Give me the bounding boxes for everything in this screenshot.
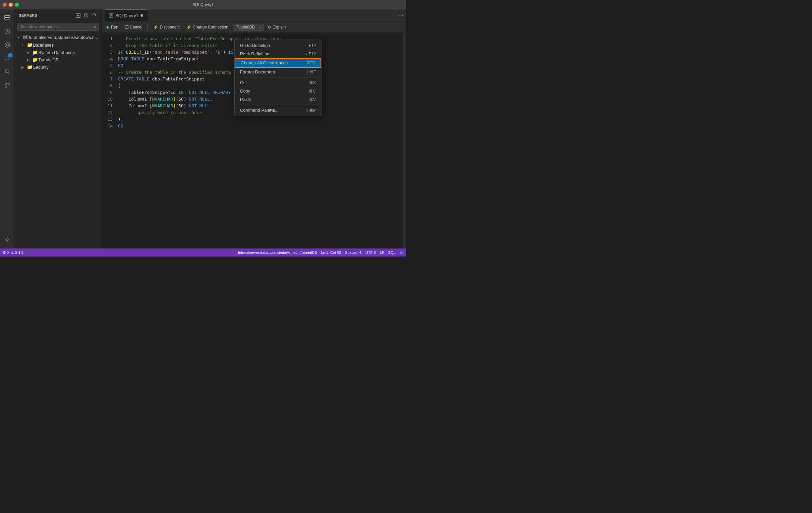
search-box: ✕ xyxy=(18,23,99,31)
paste-shortcut: ⌘V xyxy=(309,97,316,102)
close-button[interactable] xyxy=(3,3,7,7)
scrollbar[interactable] xyxy=(403,33,406,249)
tree-item-server[interactable]: ▾ tutorialserver.database.windows.n... xyxy=(15,33,102,41)
activity-source-control[interactable] xyxy=(1,79,13,91)
smiley-status[interactable]: ☺ xyxy=(400,251,403,255)
activity-history[interactable] xyxy=(1,26,13,37)
chevron-icon: ▶ xyxy=(22,65,27,69)
folder-icon: 📁 xyxy=(32,57,38,62)
position-status[interactable]: Ln 1, Col 63 xyxy=(321,251,341,255)
activity-bar: 1 xyxy=(0,9,15,249)
tab-label: SQLQuery1 xyxy=(115,13,139,18)
run-icon: ▶ xyxy=(107,25,110,29)
file-tree: ▾ tutorialserver.database.windows.n... ▾… xyxy=(15,33,102,249)
tree-item-tutorialdb[interactable]: ▶ 📁 TutorialDB xyxy=(15,56,102,63)
unsaved-indicator xyxy=(141,14,143,17)
tree-item-databases[interactable]: ▾ 📁 Databases xyxy=(15,41,102,49)
cancel-button[interactable]: Cancel xyxy=(123,24,144,30)
title-bar: SQLQuery1 xyxy=(0,0,406,9)
activity-settings[interactable] xyxy=(1,234,13,246)
new-query-button[interactable] xyxy=(75,12,82,19)
editor-area: SQLQuery1 ··· ▶ Run Cancel ⚡ Disconnect … xyxy=(102,9,406,249)
activity-search[interactable] xyxy=(1,66,13,78)
explain-label: Explain xyxy=(272,25,286,29)
server-info-status[interactable]: tutorialserver.database.windows.net : Tu… xyxy=(238,251,317,255)
query-toolbar: ▶ Run Cancel ⚡ Disconnect ⚡ Change Conne… xyxy=(102,22,406,33)
status-left: ⚙ 0 ⚠ 0 ℹ 1 xyxy=(3,251,23,255)
explain-button[interactable]: ⚙ Explain xyxy=(267,25,286,29)
change-connection-button[interactable]: ⚡ Change Connection xyxy=(184,24,230,30)
context-menu-item-cut[interactable]: Cut ⌘X xyxy=(235,79,321,87)
context-menu-item-change-all-occurrences[interactable]: Change All Occurrences ⌘F2 xyxy=(235,58,321,68)
cancel-label: Cancel xyxy=(130,25,142,29)
language-status[interactable]: SQL xyxy=(388,251,396,255)
tab-sqlquery1[interactable]: SQLQuery1 xyxy=(105,9,147,22)
error-icon: ⚙ xyxy=(3,251,6,255)
context-menu-item-format-document[interactable]: Format Document ⇧⌘F xyxy=(235,68,321,76)
svg-line-8 xyxy=(8,73,9,74)
context-menu-item-copy[interactable]: Copy ⌘C xyxy=(235,87,321,95)
status-bar: ⚙ 0 ⚠ 0 ℹ 1 tutorialserver.database.wind… xyxy=(0,249,406,256)
toolbar-separator xyxy=(147,24,148,30)
info-status[interactable]: ℹ 1 xyxy=(19,251,23,255)
chevron-icon: ▶ xyxy=(27,58,32,62)
cut-label: Cut xyxy=(240,80,247,85)
minimize-button[interactable] xyxy=(9,3,13,7)
format-document-shortcut: ⇧⌘F xyxy=(306,70,316,75)
database-selector-wrap: TutorialDB master xyxy=(233,24,263,30)
peek-definition-shortcut: ⌥F12 xyxy=(304,52,316,56)
activity-connections[interactable] xyxy=(1,39,13,51)
folder-icon: 📁 xyxy=(32,50,38,55)
context-menu-item-paste[interactable]: Paste ⌘V xyxy=(235,95,321,104)
tree-item-security[interactable]: ▶ 📁 Security xyxy=(15,63,102,71)
peek-definition-label: Peek Definition xyxy=(240,51,269,56)
server-label: tutorialserver.database.windows.n... xyxy=(29,35,99,40)
search-clear-button[interactable]: ✕ xyxy=(93,25,97,29)
spaces-status[interactable]: Spaces: 4 xyxy=(345,251,361,255)
context-menu-item-goto-definition[interactable]: Go to Definition F12 xyxy=(235,41,321,50)
window-controls xyxy=(3,3,19,7)
chevron-icon: ▾ xyxy=(18,35,23,39)
tree-item-system-databases[interactable]: ▶ 📁 System Databases xyxy=(15,49,102,56)
activity-servers[interactable] xyxy=(1,12,13,24)
goto-definition-label: Go to Definition xyxy=(240,43,270,48)
paste-label: Paste xyxy=(240,97,251,102)
format-document-label: Format Document xyxy=(240,69,275,75)
run-button[interactable]: ▶ Run xyxy=(105,24,120,30)
command-palette-label: Command Palette... xyxy=(240,108,279,113)
error-count: 0 xyxy=(7,251,9,255)
database-selector[interactable]: TutorialDB master xyxy=(233,24,263,30)
context-menu-divider-2 xyxy=(235,105,321,105)
sidebar-actions xyxy=(75,12,97,19)
warnings-status[interactable]: ⚠ 0 xyxy=(11,251,17,255)
disconnect-toolbar-button[interactable]: ⚡ Disconnect xyxy=(151,24,181,30)
encoding-status[interactable]: UTF-8 xyxy=(366,251,376,255)
errors-status[interactable]: ⚙ 0 xyxy=(3,251,9,255)
app-body: 1 SERVERS xyxy=(0,9,406,249)
sql-file-icon xyxy=(109,13,113,18)
run-label: Run xyxy=(111,25,118,29)
line-numbers: 12345 678910 11121314 xyxy=(102,33,115,249)
context-menu-item-peek-definition[interactable]: Peek Definition ⌥F12 xyxy=(235,50,321,58)
chevron-icon: ▶ xyxy=(27,51,32,54)
command-palette-shortcut: ⇧⌘P xyxy=(306,108,316,113)
context-menu-item-command-palette[interactable]: Command Palette... ⇧⌘P xyxy=(235,106,321,114)
folder-icon: 📁 xyxy=(27,64,33,70)
search-input[interactable] xyxy=(18,23,99,31)
goto-definition-shortcut: F12 xyxy=(309,43,316,48)
disconnect-icon: ⚡ xyxy=(153,25,158,29)
svg-point-2 xyxy=(8,16,9,17)
disconnect-button[interactable] xyxy=(83,12,89,19)
svg-point-6 xyxy=(6,44,8,46)
context-menu-divider-1 xyxy=(235,77,321,78)
tab-more-button[interactable]: ··· xyxy=(399,12,403,19)
security-label: Security xyxy=(33,65,99,70)
refresh-button[interactable] xyxy=(91,12,97,19)
activity-notifications[interactable]: 1 xyxy=(1,52,13,64)
cancel-icon xyxy=(125,26,128,29)
notification-badge: 1 xyxy=(8,53,13,58)
maximize-button[interactable] xyxy=(15,3,19,7)
sidebar-header: SERVERS xyxy=(15,9,102,22)
warning-icon: ⚠ xyxy=(11,251,14,255)
line-ending-status[interactable]: LF xyxy=(380,251,384,255)
